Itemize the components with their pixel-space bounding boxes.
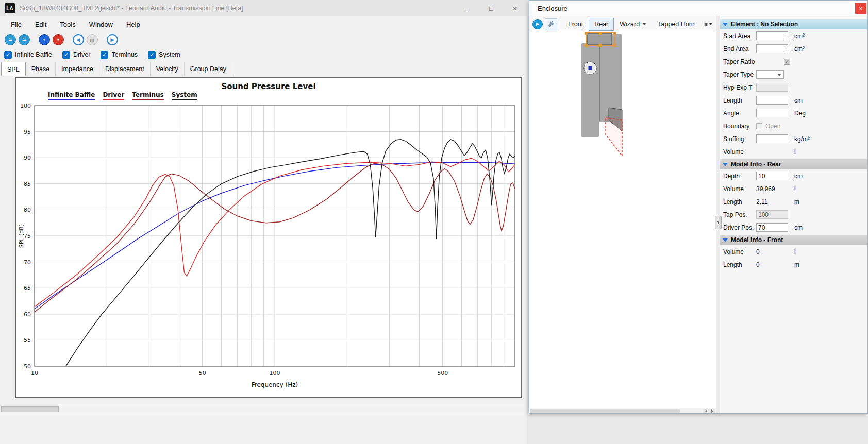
tab-spl[interactable]: SPL: [1, 62, 26, 76]
tab-group-delay[interactable]: Group Delay: [185, 62, 232, 76]
svg-text:50: 50: [24, 363, 31, 370]
wave-tool-1-button[interactable]: ≈: [5, 34, 16, 45]
main-horizontal-scrollbar[interactable]: [0, 405, 524, 413]
enclosure-tab-tapped-horn[interactable]: Tapped Horn: [652, 18, 700, 31]
checkbox-terminus[interactable]: ✓Terminus: [101, 51, 138, 59]
svg-text:SPL (dB): SPL (dB): [18, 224, 25, 248]
record-red-button[interactable]: ●: [53, 34, 64, 45]
enclosure-tab-wizard[interactable]: Wizard: [614, 18, 652, 31]
length-input[interactable]: [756, 96, 788, 105]
row-volume: Volume0l: [720, 245, 867, 258]
scrollbar-thumb[interactable]: [1, 406, 59, 412]
collapse-triangle-icon: [723, 238, 728, 242]
volume-unit-label: l: [794, 185, 796, 193]
stuffing-label: Stuffing: [723, 135, 756, 143]
tab-velocity[interactable]: Velocity: [151, 62, 185, 76]
arrow-right-icon: [711, 409, 713, 413]
canvas-horizontal-scrollbar[interactable]: [529, 408, 716, 413]
open-option-label: Open: [765, 123, 780, 130]
stuffing-input[interactable]: [756, 134, 788, 143]
svg-text:55: 55: [24, 337, 31, 344]
wave-tool-2-button[interactable]: ≈: [19, 34, 30, 45]
enclosure-toolbar: ▶ FrontRearWizardTapped Horn ≡: [529, 16, 716, 32]
end-area-unit-label: cm²: [794, 45, 805, 53]
checkbox-driver[interactable]: ✓Driver: [62, 51, 90, 59]
simulate-button[interactable]: ▶: [532, 19, 543, 29]
start-area-label: Start Area: [723, 32, 756, 40]
volume-label: Volume: [723, 248, 756, 255]
driver-pos-input[interactable]: [756, 223, 788, 232]
tab-label: Front: [568, 21, 583, 28]
angle-input[interactable]: [756, 109, 788, 117]
tab-displacement[interactable]: Displacement: [99, 62, 151, 76]
skip-to-start-button[interactable]: ◀: [73, 34, 84, 45]
checkbox-infinite-baffle[interactable]: ✓Infinite Baffle: [4, 51, 52, 59]
section-title: Element : No Selection: [731, 21, 798, 28]
volume-label: Volume: [723, 185, 756, 193]
wrench-button[interactable]: [545, 18, 557, 30]
duct-fold-top[interactable]: [587, 33, 612, 45]
overflow-icon: ≡: [705, 21, 708, 27]
graph-tab-row: SPLPhaseImpedanceDisplacementVelocityGro…: [0, 62, 527, 76]
length-unit-label: m: [794, 261, 799, 268]
model-front-rows: Volume0lLength0m: [720, 245, 867, 271]
end-area-label: End Area: [723, 45, 756, 53]
enclosure-close-button[interactable]: ×: [855, 3, 866, 14]
row-length: Lengthcm: [720, 94, 867, 107]
checkbox-system[interactable]: ✓System: [148, 51, 180, 59]
svg-text:85: 85: [24, 181, 31, 187]
start-area-input[interactable]: [756, 31, 788, 40]
enclosure-tab-front[interactable]: Front: [562, 18, 589, 31]
wrench-icon: [547, 21, 555, 28]
pause-button[interactable]: ▮▮: [87, 34, 98, 45]
row-volume: Volumel: [720, 145, 867, 158]
row-depth: Depthcm: [720, 169, 867, 182]
enclosure-canvas[interactable]: [529, 32, 716, 408]
tab-impedance[interactable]: Impedance: [56, 62, 99, 76]
menu-help[interactable]: Help: [120, 19, 147, 30]
chevron-down-icon: [709, 23, 713, 25]
toolbar-overflow-button[interactable]: ≡: [705, 21, 713, 27]
length-label: Length: [723, 97, 756, 104]
enclosure-body: ▶ FrontRearWizardTapped Horn ≡: [529, 16, 867, 413]
svg-text:95: 95: [24, 129, 31, 135]
menu-tools[interactable]: Tools: [53, 19, 82, 30]
duct-left[interactable]: [582, 44, 598, 136]
svg-text:Frequency (Hz): Frequency (Hz): [252, 381, 298, 388]
checkbox-icon: ✓: [148, 51, 156, 59]
depth-input[interactable]: [756, 172, 788, 180]
menubar: FileEditToolsWindowHelp: [0, 16, 527, 32]
terminus-selection-dashed[interactable]: [606, 118, 622, 156]
svg-text:60: 60: [24, 311, 31, 318]
panel-splitter[interactable]: ›: [716, 16, 720, 413]
record-blue-button[interactable]: ●: [39, 34, 50, 45]
minimize-button[interactable]: –: [456, 0, 479, 16]
end-area-input[interactable]: [756, 44, 788, 53]
row-volume: Volume39,969l: [720, 182, 867, 195]
close-button[interactable]: ×: [503, 0, 527, 16]
tab-phase[interactable]: Phase: [26, 62, 56, 76]
driver-pos-unit-label: cm: [794, 224, 803, 231]
length-unit-label: cm: [794, 97, 803, 104]
model-front-section-header[interactable]: Model Info - Front: [720, 235, 867, 245]
enclosure-tab-rear[interactable]: Rear: [589, 18, 614, 31]
driver-symbol[interactable]: [584, 62, 596, 74]
checkbox-label: System: [159, 51, 180, 58]
row-length: Length0m: [720, 258, 867, 271]
menu-file[interactable]: File: [4, 19, 28, 30]
menu-window[interactable]: Window: [82, 19, 120, 30]
scroll-left-button[interactable]: [703, 409, 709, 413]
taper-type-select[interactable]: [756, 70, 784, 79]
start-area-unit-checkbox[interactable]: [784, 33, 790, 39]
element-section-header[interactable]: Element : No Selection: [720, 19, 867, 29]
menu-edit[interactable]: Edit: [28, 19, 53, 30]
play-button[interactable]: ▶: [107, 34, 118, 45]
model-rear-section-header[interactable]: Model Info - Rear: [720, 159, 867, 169]
scroll-right-button[interactable]: [709, 409, 715, 413]
tab-label: Tapped Horn: [658, 21, 695, 28]
end-area-unit-checkbox[interactable]: [784, 46, 790, 52]
scrollbar-thumb[interactable]: [530, 409, 680, 413]
properties-panel: Element : No Selection Start Areacm²End …: [720, 16, 867, 413]
maximize-button[interactable]: □: [479, 0, 503, 16]
svg-text:65: 65: [24, 285, 31, 292]
